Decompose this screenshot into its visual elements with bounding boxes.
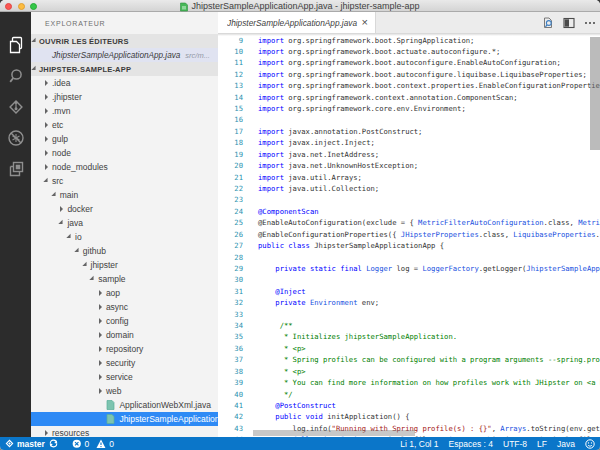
extensions-icon[interactable]	[0, 153, 31, 184]
code-token: public void	[275, 412, 327, 421]
code-text	[243, 252, 600, 263]
code-token: java.net.UnknownHostException;	[288, 161, 418, 170]
code-line-23: 23	[218, 194, 600, 205]
titlebar: JhipsterSampleApplicationApp.java - jhip…	[0, 0, 600, 12]
eol-sequence[interactable]: LF	[537, 439, 547, 449]
tree-item-node-modules[interactable]: node_modules	[31, 160, 218, 174]
search-icon[interactable]	[0, 60, 31, 91]
line-number: 41	[218, 400, 243, 411]
tree-item-aop[interactable]: aop	[31, 286, 218, 300]
code-text: public class JhipsterSampleApplicationAp…	[243, 240, 600, 251]
open-preview-icon-glyph-glyph	[545, 25, 547, 27]
encoding[interactable]: UTF-8	[503, 439, 527, 449]
tree-item-async[interactable]: async	[31, 300, 218, 314]
tree-item--mvn[interactable]: .mvn	[31, 104, 218, 118]
source-control-icon[interactable]	[0, 91, 31, 122]
code-token: import	[258, 70, 288, 79]
tab-bar: JhipsterSampleApplicationApp.java ×	[218, 12, 600, 33]
document-icon	[180, 2, 188, 11]
branch-name: master	[17, 439, 45, 449]
more-actions-icon-glyph-glyph	[585, 21, 587, 23]
open-editors-header[interactable]: OUVRIR LES ÉDITEURS	[31, 34, 218, 48]
tree-item-gulp[interactable]: gulp	[31, 132, 218, 146]
code-token: org.springframework.context.annotation.C…	[288, 93, 517, 102]
tab-active[interactable]: JhipsterSampleApplicationApp.java ×	[218, 12, 376, 33]
open-editor-item-label: JhipsterSampleApplicationApp.java	[52, 51, 180, 60]
debug-icon[interactable]	[0, 122, 31, 153]
feedback-smiley-icon[interactable]	[585, 439, 595, 449]
problems-status[interactable]: 0 0	[72, 439, 114, 449]
code-text: import org.springframework.boot.SpringAp…	[243, 35, 600, 46]
vertical-scrollbar[interactable]	[590, 37, 600, 150]
tree-item-github[interactable]: github	[31, 244, 218, 258]
explorer-icon[interactable]	[0, 29, 31, 60]
tree-item-applicationwebxml-java[interactable]: ApplicationWebXml.java	[31, 398, 218, 412]
tree-item--jhipster[interactable]: .jhipster	[31, 90, 218, 104]
tree-item-etc[interactable]: etc	[31, 118, 218, 132]
tree-item-jhipster[interactable]: jhipster	[31, 258, 218, 272]
split-editor-icon[interactable]	[563, 17, 575, 29]
code-token	[258, 264, 275, 273]
tree-item-jhipstersampleapplicationapp-java[interactable]: JhipsterSampleApplicationApp.java	[31, 412, 218, 426]
code-token: .getLogger(	[479, 264, 527, 273]
tab-close-icon[interactable]: ×	[358, 17, 368, 28]
tree-item-web[interactable]: web	[31, 384, 218, 398]
activity-bar	[0, 12, 31, 437]
tree-item-src[interactable]: src	[31, 174, 218, 188]
code-line-14: 14import org.springframework.context.ann…	[218, 92, 600, 103]
line-number: 26	[218, 229, 243, 240]
tree-item-config[interactable]: config	[31, 314, 218, 328]
open-preview-icon[interactable]	[542, 17, 554, 29]
sync-status[interactable]	[49, 439, 58, 448]
line-number: 19	[218, 149, 243, 160]
code-line-38: 38 * <p>	[218, 366, 600, 377]
tree-item-io[interactable]: io	[31, 230, 218, 244]
tree-item-domain[interactable]: domain	[31, 328, 218, 342]
code-line-19: 19import java.net.InetAddress;	[218, 149, 600, 160]
tree-item-label: jhipster	[91, 260, 118, 270]
code-line-22: 22import java.util.Collection;	[218, 183, 600, 194]
tree-item-service[interactable]: service	[31, 370, 218, 384]
line-number: 42	[218, 411, 243, 422]
tree-item-repository[interactable]: repository	[31, 342, 218, 356]
code-token: import	[258, 127, 288, 136]
chevron-collapsed-icon	[45, 80, 48, 86]
more-actions-icon[interactable]	[584, 17, 596, 29]
status-bar: master 0	[0, 437, 600, 450]
tree-item-label: .idea	[52, 78, 70, 88]
code-line-18: 18import javax.inject.Inject;	[218, 137, 600, 148]
open-editor-item[interactable]: JhipsterSampleApplicationApp.java src/m.…	[31, 48, 218, 62]
git-branch-status[interactable]: master	[5, 439, 45, 449]
tree-item-java[interactable]: java	[31, 216, 218, 230]
tree-item-node[interactable]: node	[31, 146, 218, 160]
code-token: initApplication() {	[327, 412, 409, 421]
tree-item-label: service	[106, 372, 133, 382]
language-mode[interactable]: Java	[557, 439, 575, 449]
code-token: private static final	[275, 264, 366, 273]
tree-item-security[interactable]: security	[31, 356, 218, 370]
sync-icon	[49, 439, 58, 448]
code-editor[interactable]: 9import org.springframework.boot.SpringA…	[218, 33, 600, 437]
code-token: @Inject	[275, 287, 305, 296]
code-token: import	[258, 93, 288, 102]
folder-section-header[interactable]: JHIPSTER-SAMPLE-APP	[31, 62, 218, 76]
line-number: 43	[218, 423, 243, 434]
horizontal-scrollbar[interactable]	[253, 430, 415, 436]
tree-item-docker[interactable]: docker	[31, 202, 218, 216]
tree-item--idea[interactable]: .idea	[31, 76, 218, 90]
indentation[interactable]: Espaces : 4	[449, 439, 493, 449]
chevron-collapsed-icon	[99, 374, 102, 380]
tree-item-label: node_modules	[52, 162, 108, 172]
tree-item-main[interactable]: main	[31, 188, 218, 202]
code-text: * <p>	[243, 366, 600, 377]
editor-top-shadow	[218, 33, 600, 36]
tree-item-sample[interactable]: sample	[31, 272, 218, 286]
tree-item-resources[interactable]: resources	[31, 426, 218, 437]
line-number: 35	[218, 331, 243, 342]
code-text: @EnableConfigurationProperties({ JHipste…	[243, 229, 600, 240]
status-left: master 0	[0, 439, 114, 449]
code-token	[258, 298, 275, 307]
chevron-expanded-icon	[66, 234, 72, 240]
code-token: log =	[392, 264, 422, 273]
cursor-position[interactable]: Li 1, Col 1	[400, 439, 438, 449]
